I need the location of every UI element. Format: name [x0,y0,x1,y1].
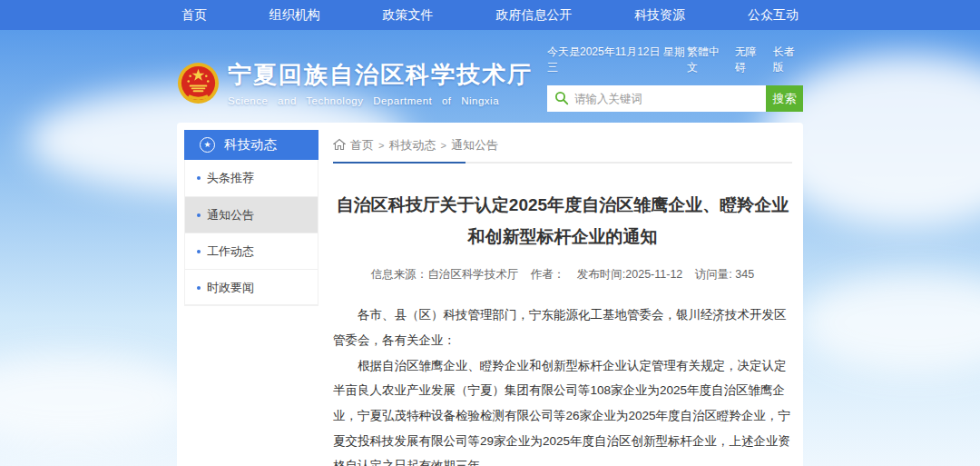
nav-item-home[interactable]: 首页 [181,7,207,24]
article-title: 自治区科技厅关于认定2025年度自治区雏鹰企业、瞪羚企业 和创新型标杆企业的通知 [333,189,792,253]
main-content: 首页 > 科技动态 > 通知公告 自治区科技厅关于认定2025年度自治区雏鹰企业… [318,130,803,466]
sidebar-menu: 头条推荐 通知公告 工作动态 时政要闻 [184,160,318,306]
search-button[interactable]: 搜索 [766,85,803,112]
cloud-decoration [799,273,980,372]
home-icon [333,138,346,151]
content-container: ★ 科技动态 头条推荐 通知公告 工作动态 时政要闻 首页 > 科技动态 > 通… [177,123,803,466]
article-meta: 信息来源：自治区科学技术厅 作者： 发布时间:2025-11-12 访问量: 3… [333,267,792,283]
site-subtitle-english: Science and Technology Department of Nin… [228,95,533,106]
sidebar-header: ★ 科技动态 [184,130,318,160]
article-paragraph: 各市、县（区）科技管理部门，宁东能源化工基地管委会，银川经济技术开发区管委会，各… [333,302,792,352]
nav-item-policy-documents[interactable]: 政策文件 [383,7,434,24]
current-date-text: 今天是2025年11月12日 星期三 [547,45,687,75]
meta-source: 信息来源：自治区科学技术厅 [371,268,519,281]
cloud-decoration [0,354,200,445]
breadcrumb-separator: > [440,140,446,151]
link-accessibility[interactable]: 无障碍 [735,45,766,75]
link-elderly-version[interactable]: 长者版 [772,45,803,75]
sidebar: ★ 科技动态 头条推荐 通知公告 工作动态 时政要闻 [184,130,318,466]
sidebar-title: 科技动态 [224,136,277,154]
page-background: 首页 组织机构 政策文件 政府信息公开 科技资源 公众互动 [0,0,980,466]
sidebar-item-current-politics[interactable]: 时政要闻 [185,269,318,305]
site-brand[interactable]: 宁夏回族自治区科学技术厅 Science and Technology Depa… [177,43,533,123]
nav-item-organization[interactable]: 组织机构 [270,7,320,24]
nav-item-gov-info-disclosure[interactable]: 政府信息公开 [495,7,572,24]
sidebar-item-work-updates[interactable]: 工作动态 [185,233,318,269]
meta-visit-count: 访问量: 345 [695,268,754,281]
top-navigation: 首页 组织机构 政策文件 政府信息公开 科技资源 公众互动 [0,0,980,30]
breadcrumb: 首页 > 科技动态 > 通知公告 [333,134,792,157]
nav-item-public-interaction[interactable]: 公众互动 [748,7,799,24]
search-icon [554,91,569,105]
search-input[interactable] [547,85,766,112]
article-paragraph: 根据自治区雏鹰企业、瞪羚企业和创新型标杆企业认定管理有关规定，决定认定半亩良人农… [333,353,792,466]
article-title-line1: 自治区科技厅关于认定2025年度自治区雏鹰企业、瞪羚企业 [337,195,789,214]
breadcrumb-divider-accent [333,162,466,164]
link-traditional-chinese[interactable]: 繁體中文 [687,45,728,75]
meta-author: 作者： [531,268,565,281]
breadcrumb-divider [333,162,792,164]
site-header: 宁夏回族自治区科学技术厅 Science and Technology Depa… [0,30,980,123]
star-circle-icon: ★ [200,137,215,153]
national-emblem-logo [177,62,220,104]
breadcrumb-tech-news[interactable]: 科技动态 [388,137,436,154]
breadcrumb-separator: > [378,140,384,151]
breadcrumb-notices[interactable]: 通知公告 [451,137,498,154]
article-body: 各市、县（区）科技管理部门，宁东能源化工基地管委会，银川经济技术开发区管委会，各… [333,302,792,466]
sidebar-item-headline-recommend[interactable]: 头条推荐 [185,160,318,196]
nav-item-tech-resources[interactable]: 科技资源 [634,7,685,24]
meta-publish-time: 发布时间:2025-11-12 [577,268,683,281]
breadcrumb-home[interactable]: 首页 [350,137,374,154]
article-title-line2: 和创新型标杆企业的通知 [468,227,658,246]
sidebar-item-notices[interactable]: 通知公告 [185,196,318,233]
site-title: 宁夏回族自治区科学技术厅 [228,59,533,91]
